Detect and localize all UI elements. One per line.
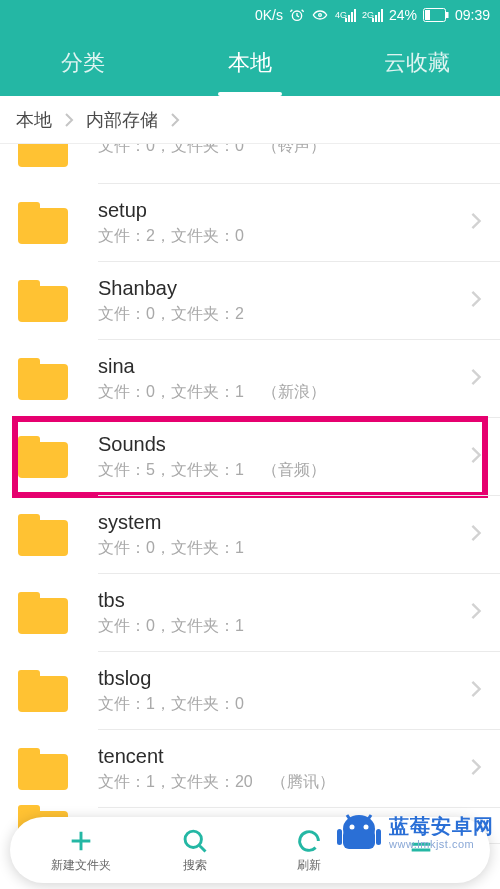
- breadcrumb-item[interactable]: 内部存储: [86, 108, 158, 132]
- row-texts: sina文件：0，文件夹：1（新浪）: [98, 355, 462, 403]
- folder-row[interactable]: Shanbay文件：0，文件夹：2: [0, 262, 500, 340]
- svg-rect-3: [425, 10, 430, 20]
- folder-icon: [18, 592, 68, 634]
- tab-label: 云收藏: [384, 48, 450, 78]
- chevron-right-icon: [470, 212, 482, 234]
- folder-row[interactable]: tbslog文件：1，文件夹：0: [0, 652, 500, 730]
- folder-row[interactable]: tbs文件：0，文件夹：1: [0, 574, 500, 652]
- row-texts: setup文件：2，文件夹：0: [98, 199, 462, 247]
- meta-tag: （腾讯）: [271, 772, 335, 793]
- signal-4g-icon: 4G: [335, 9, 356, 22]
- watermark-title: 蓝莓安卓网: [389, 815, 494, 838]
- tab-label: 分类: [61, 48, 105, 78]
- meta-counts: 文件：1，文件夹：20: [98, 772, 253, 793]
- toolbar-label: 新建文件夹: [51, 857, 111, 874]
- search-button[interactable]: 搜索: [159, 827, 231, 874]
- folder-row[interactable]: 文件：0，文件夹：0（铃声）: [0, 144, 500, 184]
- folder-meta: 文件：0，文件夹：1: [98, 538, 462, 559]
- battery-icon: [423, 8, 449, 22]
- breadcrumb: 本地 内部存储: [0, 96, 500, 144]
- folder-icon: [18, 748, 68, 790]
- folder-row[interactable]: system文件：0，文件夹：1: [0, 496, 500, 574]
- folder-name: Shanbay: [98, 277, 462, 300]
- search-icon: [181, 827, 209, 855]
- new-folder-button[interactable]: 新建文件夹: [45, 827, 117, 874]
- meta-tag: （铃声）: [262, 144, 326, 157]
- svg-point-9: [364, 825, 369, 830]
- folder-meta: 文件：0，文件夹：2: [98, 304, 462, 325]
- folder-meta: 文件：0，文件夹：1（新浪）: [98, 382, 462, 403]
- folder-row[interactable]: Sounds文件：5，文件夹：1（音频）: [0, 418, 500, 496]
- folder-icon: [18, 202, 68, 244]
- alarm-icon: [289, 7, 305, 23]
- row-texts: tbs文件：0，文件夹：1: [98, 589, 462, 637]
- meta-tag: （音频）: [262, 460, 326, 481]
- meta-counts: 文件：0，文件夹：2: [98, 304, 244, 325]
- chevron-right-icon: [470, 446, 482, 468]
- folder-name: tbs: [98, 589, 462, 612]
- top-tabs: 分类 本地 云收藏: [0, 30, 500, 96]
- breadcrumb-item[interactable]: 本地: [16, 108, 52, 132]
- folder-meta: 文件：1，文件夹：0: [98, 694, 462, 715]
- tab-label: 本地: [228, 48, 272, 78]
- chevron-right-icon: [470, 680, 482, 702]
- signal-2g-icon: 2G: [362, 9, 383, 22]
- row-texts: system文件：0，文件夹：1: [98, 511, 462, 559]
- folder-name: sina: [98, 355, 462, 378]
- chevron-right-icon: [64, 113, 74, 127]
- row-texts: Shanbay文件：0，文件夹：2: [98, 277, 462, 325]
- folder-meta: 文件：0，文件夹：1: [98, 616, 462, 637]
- meta-counts: 文件：1，文件夹：0: [98, 694, 244, 715]
- chevron-right-icon: [470, 290, 482, 312]
- android-mascot-icon: [337, 809, 381, 857]
- folder-icon: [18, 514, 68, 556]
- chevron-right-icon: [470, 368, 482, 390]
- meta-counts: 文件：0，文件夹：1: [98, 616, 244, 637]
- folder-name: tbslog: [98, 667, 462, 690]
- svg-rect-4: [446, 12, 449, 18]
- folder-row[interactable]: setup文件：2，文件夹：0: [0, 184, 500, 262]
- screen: 0K/s 4G 2G 24% 09:39 分类 本地 云收藏 本地 内部存储 文…: [0, 0, 500, 889]
- tab-category[interactable]: 分类: [0, 30, 167, 96]
- chevron-right-icon: [170, 113, 180, 127]
- folder-row[interactable]: tencent文件：1，文件夹：20（腾讯）: [0, 730, 500, 808]
- row-texts: tbslog文件：1，文件夹：0: [98, 667, 462, 715]
- svg-rect-10: [337, 829, 342, 845]
- folder-icon: [18, 436, 68, 478]
- meta-counts: 文件：5，文件夹：1: [98, 460, 244, 481]
- folder-icon: [18, 358, 68, 400]
- svg-point-5: [185, 831, 201, 847]
- svg-point-8: [350, 825, 355, 830]
- meta-counts: 文件：0，文件夹：1: [98, 538, 244, 559]
- status-bar: 0K/s 4G 2G 24% 09:39: [0, 0, 500, 30]
- status-time: 09:39: [455, 7, 490, 23]
- tab-local[interactable]: 本地: [167, 30, 334, 96]
- svg-point-1: [319, 14, 322, 17]
- watermark: 蓝莓安卓网 www.lmkjst.com: [331, 807, 500, 859]
- watermark-url: www.lmkjst.com: [389, 838, 494, 851]
- row-texts: 文件：0，文件夹：0（铃声）: [98, 144, 482, 157]
- svg-rect-7: [343, 829, 375, 849]
- eye-icon: [311, 7, 329, 23]
- battery-percent: 24%: [389, 7, 417, 23]
- folder-meta: 文件：2，文件夹：0: [98, 226, 462, 247]
- tab-cloud[interactable]: 云收藏: [333, 30, 500, 96]
- meta-counts: 文件：0，文件夹：0: [98, 144, 244, 157]
- folder-row[interactable]: sina文件：0，文件夹：1（新浪）: [0, 340, 500, 418]
- toolbar-label: 搜索: [183, 857, 207, 874]
- toolbar-label: 刷新: [297, 857, 321, 874]
- folder-name: setup: [98, 199, 462, 222]
- svg-rect-11: [376, 829, 381, 845]
- meta-counts: 文件：0，文件夹：1: [98, 382, 244, 403]
- folder-meta: 文件：5，文件夹：1（音频）: [98, 460, 462, 481]
- folder-icon: [18, 280, 68, 322]
- refresh-icon: [295, 827, 323, 855]
- net-speed: 0K/s: [255, 7, 283, 23]
- row-texts: Sounds文件：5，文件夹：1（音频）: [98, 433, 462, 481]
- meta-counts: 文件：2，文件夹：0: [98, 226, 244, 247]
- folder-name: tencent: [98, 745, 462, 768]
- folder-icon: [18, 144, 68, 167]
- folder-icon: [18, 670, 68, 712]
- folder-list[interactable]: 文件：0，文件夹：0（铃声）setup文件：2，文件夹：0Shanbay文件：0…: [0, 144, 500, 889]
- folder-meta: 文件：1，文件夹：20（腾讯）: [98, 772, 462, 793]
